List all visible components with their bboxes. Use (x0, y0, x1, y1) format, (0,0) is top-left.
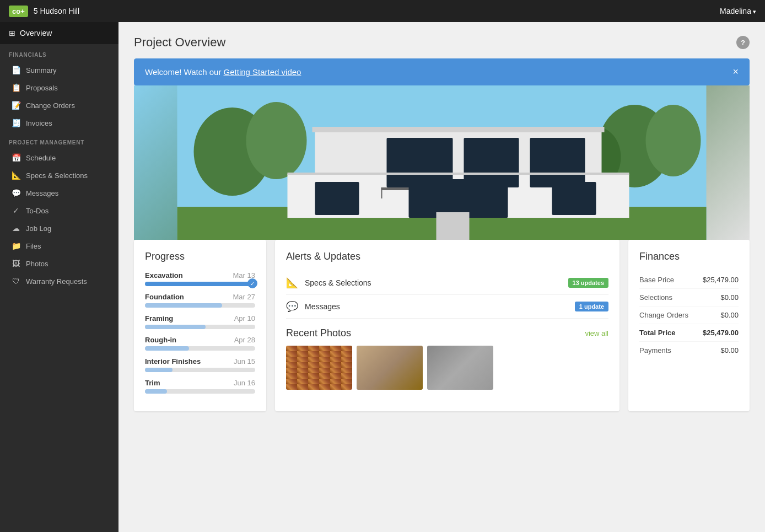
excavation-bar: ✓ (145, 282, 255, 286)
finances-title: Finances (639, 251, 739, 262)
sidebar-schedule-label: Schedule (26, 154, 56, 162)
svg-rect-9 (313, 127, 605, 132)
page-title: Project Overview (134, 35, 225, 50)
svg-rect-20 (288, 173, 629, 175)
sidebar-item-schedule[interactable]: 📅 Schedule (0, 149, 118, 166)
topbar: co+ 5 Hudson Hill Madelina (0, 0, 765, 22)
progress-card: Progress Excavation Mar 13 ✓ Foundation … (134, 240, 266, 411)
sidebar-section-financials: FINANCIALS (0, 44, 118, 61)
sidebar-invoices-label: Invoices (26, 119, 52, 127)
excavation-check: ✓ (247, 278, 257, 288)
foundation-bar (145, 303, 255, 308)
base-price-amount: $25,479.00 (703, 276, 739, 284)
close-banner-button[interactable]: × (732, 66, 739, 78)
finance-row-selections: Selections $0.00 (639, 289, 739, 307)
selections-label: Selections (639, 293, 672, 302)
messages-alert-icon: 💬 (286, 300, 298, 313)
house-image (134, 85, 750, 240)
photo-faucet[interactable] (357, 346, 423, 390)
progress-item-rough-in: Rough-in Apr 28 (145, 336, 255, 351)
svg-rect-18 (552, 182, 596, 215)
rough-in-bar (145, 346, 255, 351)
sidebar-item-messages[interactable]: 💬 Messages (0, 184, 118, 202)
progress-item-trim: Trim Jun 16 (145, 379, 255, 394)
rough-in-label: Rough-in (145, 336, 176, 344)
sidebar-item-proposals[interactable]: 📋 Proposals (0, 79, 118, 96)
svg-point-2 (246, 102, 307, 179)
sidebar-item-job-log[interactable]: ☁ Job Log (0, 219, 118, 237)
sidebar-job-log-label: Job Log (26, 224, 51, 233)
getting-started-link[interactable]: Getting Started video (224, 67, 301, 77)
finance-row-base: Base Price $25,479.00 (639, 271, 739, 289)
todos-icon: ✓ (11, 206, 21, 215)
selections-amount: $0.00 (720, 293, 739, 302)
payments-amount: $0.00 (720, 346, 739, 354)
alert-messages[interactable]: 💬 Messages 1 update (286, 295, 608, 319)
hero-section: Welcome! Watch our Getting Started video… (134, 58, 750, 240)
job-log-icon: ☁ (11, 224, 21, 233)
payments-label: Payments (639, 346, 671, 354)
alerts-photos-card: Alerts & Updates 📐 Specs & Selections 13… (275, 240, 619, 411)
sidebar-item-summary[interactable]: 📄 Summary (0, 61, 118, 79)
svg-point-4 (646, 105, 701, 176)
sidebar-item-specs-selections[interactable]: 📐 Specs & Selections (0, 166, 118, 184)
sidebar-messages-label: Messages (26, 189, 58, 197)
svg-rect-14 (381, 187, 382, 198)
framing-bar (145, 325, 255, 329)
photo-brick[interactable] (286, 346, 352, 390)
progress-item-interior: Interior Finishes Jun 15 (145, 357, 255, 372)
finance-row-change-orders: Change Orders $0.00 (639, 307, 739, 324)
framing-date: Apr 10 (234, 314, 255, 323)
finances-card: Finances Base Price $25,479.00 Selection… (628, 240, 750, 411)
excavation-label: Excavation (145, 271, 183, 280)
specs-alert-icon: 📐 (286, 277, 298, 289)
logo-badge: co+ (9, 6, 28, 17)
view-all-link[interactable]: view all (585, 329, 608, 337)
photo-soap[interactable] (427, 346, 493, 390)
trim-label: Trim (145, 379, 160, 387)
sidebar-item-photos[interactable]: 🖼 Photos (0, 255, 118, 272)
specs-badge: 13 updates (568, 278, 608, 288)
interior-label: Interior Finishes (145, 357, 201, 366)
help-button[interactable]: ? (736, 36, 750, 49)
progress-item-foundation: Foundation Mar 27 (145, 293, 255, 308)
welcome-text: Welcome! Watch our Getting Started video (145, 67, 301, 77)
framing-label: Framing (145, 314, 173, 323)
specs-icon: 📐 (11, 171, 21, 180)
topbar-left: co+ 5 Hudson Hill (9, 6, 79, 17)
sidebar-item-overview[interactable]: ⊞ Overview (0, 22, 118, 44)
invoices-icon: 🧾 (11, 119, 21, 127)
sidebar-specs-label: Specs & Selections (26, 171, 88, 180)
total-price-label: Total Price (639, 329, 676, 337)
photos-section-title: Recent Photos (286, 327, 351, 339)
sidebar-files-label: Files (26, 242, 41, 250)
sidebar-item-change-orders[interactable]: 📝 Change Orders (0, 96, 118, 114)
photos-header: Recent Photos view all (286, 327, 608, 339)
messages-badge: 1 update (575, 302, 608, 311)
base-price-label: Base Price (639, 276, 674, 284)
messages-alert-label: Messages (305, 302, 568, 311)
change-orders-amount: $0.00 (720, 311, 739, 319)
trim-date: Jun 16 (234, 379, 255, 387)
total-price-amount: $25,479.00 (703, 329, 739, 337)
page-header: Project Overview ? (134, 35, 750, 50)
sidebar-warranty-label: Warranty Requests (26, 277, 87, 286)
sidebar-item-todos[interactable]: ✓ To-Dos (0, 202, 118, 219)
sidebar-overview-label: Overview (20, 29, 52, 37)
sidebar-item-invoices[interactable]: 🧾 Invoices (0, 114, 118, 132)
sidebar-item-files[interactable]: 📁 Files (0, 237, 118, 255)
sidebar-summary-label: Summary (26, 66, 57, 74)
svg-rect-17 (315, 182, 359, 215)
project-name: 5 Hudson Hill (34, 7, 79, 15)
user-menu[interactable]: Madelina (720, 7, 756, 15)
welcome-banner: Welcome! Watch our Getting Started video… (134, 58, 750, 85)
foundation-label: Foundation (145, 293, 184, 301)
change-orders-icon: 📝 (11, 101, 21, 110)
sidebar-todos-label: To-Dos (26, 207, 49, 215)
photos-grid (286, 346, 608, 390)
cards-row: Progress Excavation Mar 13 ✓ Foundation … (134, 240, 750, 411)
sidebar-item-warranty[interactable]: 🛡 Warranty Requests (0, 272, 118, 290)
overview-icon: ⊞ (9, 29, 15, 37)
finance-row-payments: Payments $0.00 (639, 342, 739, 359)
alert-specs[interactable]: 📐 Specs & Selections 13 updates (286, 271, 608, 295)
